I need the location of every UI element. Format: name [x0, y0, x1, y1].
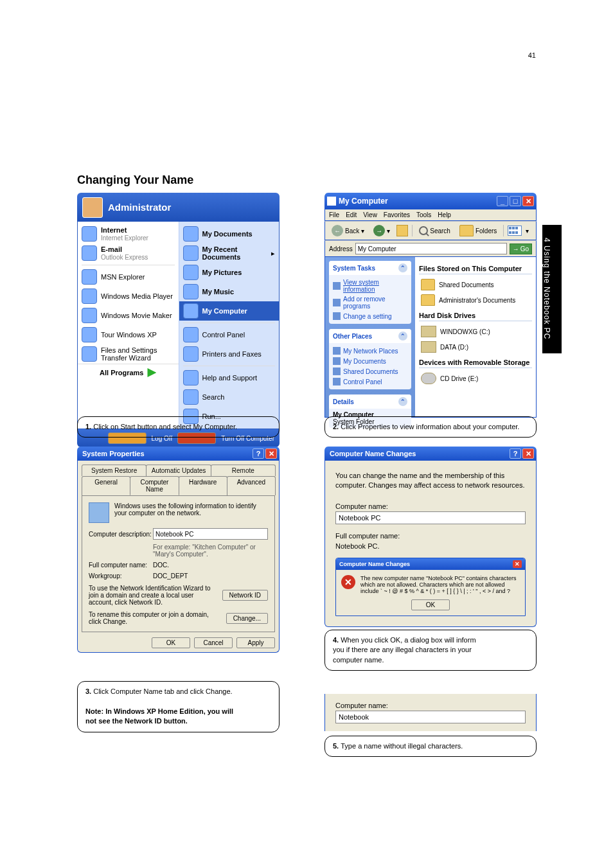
link-my-documents[interactable]: My Documents	[333, 356, 407, 366]
menu-favorites[interactable]: Favorites	[384, 211, 410, 218]
other-places-panel: Other Places⌃ My Network Places My Docum…	[329, 329, 411, 389]
help-button[interactable]: ?	[253, 448, 264, 459]
tab-system-restore[interactable]: System Restore	[82, 465, 147, 476]
ok-button[interactable]: OK	[411, 599, 450, 610]
tab-hardware[interactable]: Hardware	[179, 476, 227, 495]
search-icon	[419, 226, 428, 235]
network-icon	[333, 347, 341, 355]
menu-help[interactable]: Help	[438, 211, 451, 218]
start-item-help[interactable]: Help and Support	[179, 368, 280, 387]
chevron-down-icon: ▾	[526, 227, 529, 235]
link-shared-docs[interactable]: Shared Documents	[333, 366, 407, 376]
help-button[interactable]: ?	[510, 448, 521, 459]
close-button[interactable]: ✕	[522, 448, 534, 459]
start-item-mydocs[interactable]: My Documents	[179, 224, 280, 244]
tab-computer-name[interactable]: Computer Name	[130, 476, 179, 495]
start-item-mymusic[interactable]: My Music	[179, 282, 280, 301]
start-item-printers[interactable]: Printers and Faxes	[179, 344, 280, 364]
help-icon	[183, 370, 199, 385]
start-item-fst[interactable]: Files and Settings Transfer Wizard	[78, 344, 179, 364]
views-button[interactable]	[508, 226, 522, 236]
forward-button[interactable]: →▾	[371, 224, 393, 238]
computer-icon	[89, 502, 109, 523]
link-view-sysinfo[interactable]: View system information	[333, 278, 407, 294]
page-number: 41	[528, 51, 536, 59]
ie-icon	[82, 226, 97, 242]
computer-name-input[interactable]	[335, 711, 526, 723]
start-item-search[interactable]: Search	[179, 387, 280, 407]
collapse-icon[interactable]: ⌃	[398, 263, 407, 272]
close-button[interactable]: ✕	[522, 196, 534, 206]
start-menu-left-column: InternetInternet Explorer E-mailOutlook …	[78, 222, 179, 429]
ok-button[interactable]: OK	[152, 637, 190, 648]
folder-icon	[183, 265, 199, 280]
dialog-titlebar[interactable]: System Properties ? ✕	[77, 447, 280, 461]
start-item-msn[interactable]: MSN Explorer	[78, 267, 179, 287]
caption-2: 2. Click Properties to view information …	[324, 416, 537, 438]
drive-icon	[421, 326, 436, 337]
maximize-button[interactable]: □	[510, 196, 521, 206]
close-button[interactable]: ✕	[265, 448, 277, 459]
collapse-icon[interactable]: ⌃	[398, 397, 407, 406]
item-drive-c[interactable]: WINDOWXG (C:)	[419, 324, 532, 339]
start-item-internet[interactable]: InternetInternet Explorer	[78, 224, 179, 244]
link-control-panel[interactable]: Control Panel	[333, 376, 407, 387]
error-titlebar[interactable]: Computer Name Changes ✕	[336, 558, 525, 570]
start-item-mycomputer[interactable]: My Computer	[179, 301, 280, 321]
cdrom-icon	[421, 373, 436, 384]
item-shared-docs[interactable]: Shared Documents	[419, 277, 532, 292]
link-change-setting[interactable]: Change a setting	[333, 311, 407, 321]
caption-4: 4. When you click OK, a dialog box will …	[324, 630, 537, 671]
back-button[interactable]: ←Back▾	[329, 224, 367, 238]
folder-view: Files Stored on This Computer Shared Doc…	[415, 257, 536, 417]
search-button[interactable]: Search	[416, 225, 453, 236]
menu-file[interactable]: File	[329, 211, 339, 218]
tab-general[interactable]: General	[82, 476, 130, 495]
menu-view[interactable]: View	[363, 211, 377, 218]
chevron-down-icon: ▾	[361, 227, 364, 235]
menu-edit[interactable]: Edit	[346, 211, 357, 218]
start-item-myrecent[interactable]: My Recent Documents▸	[179, 244, 280, 263]
folder-icon	[183, 284, 199, 299]
tab-remote[interactable]: Remote	[211, 465, 276, 476]
caption-3: 3. Click Computer Name tab and click Cha…	[77, 681, 280, 732]
collapse-icon[interactable]: ⌃	[398, 332, 407, 341]
address-label: Address	[329, 245, 353, 252]
computer-name-input[interactable]	[335, 511, 526, 524]
network-id-button[interactable]: Network ID	[222, 590, 268, 601]
start-item-wmp[interactable]: Windows Media Player	[78, 287, 179, 306]
intro-text: Windows uses the following information t…	[114, 502, 268, 517]
description-input[interactable]	[153, 528, 268, 540]
start-item-tour[interactable]: Tour Windows XP	[78, 325, 179, 344]
menu-tools[interactable]: Tools	[416, 211, 431, 218]
link-network-places[interactable]: My Network Places	[333, 346, 407, 356]
all-programs-button[interactable]: All Programs	[78, 364, 179, 381]
folder-icon	[183, 226, 199, 242]
group-header: Devices with Removable Storage	[419, 359, 532, 368]
change-button[interactable]: Change...	[226, 613, 268, 624]
address-input[interactable]	[355, 243, 507, 254]
start-item-wmm[interactable]: Windows Movie Maker	[78, 306, 179, 325]
item-admin-docs[interactable]: Administrator's Documents	[419, 292, 532, 308]
up-button[interactable]	[396, 225, 408, 236]
dialog-title: Computer Name Changes	[327, 450, 508, 457]
close-button[interactable]: ✕	[513, 560, 522, 568]
window-titlebar[interactable]: My Computer _ □ ✕	[324, 193, 537, 209]
cancel-button[interactable]: Cancel	[194, 637, 233, 648]
start-item-mypics[interactable]: My Pictures	[179, 263, 280, 282]
dialog-titlebar[interactable]: Computer Name Changes ? ✕	[324, 447, 537, 461]
start-item-email[interactable]: E-mailOutlook Express	[78, 244, 179, 263]
item-drive-d[interactable]: DATA (D:)	[419, 339, 532, 355]
apply-button[interactable]: Apply	[236, 637, 275, 648]
cpanel-icon	[333, 378, 341, 385]
item-cd-drive[interactable]: CD Drive (E:)	[419, 371, 532, 386]
tab-advanced[interactable]: Advanced	[227, 476, 276, 495]
folders-button[interactable]: Folders	[457, 224, 499, 238]
error-dialog: Computer Name Changes ✕ ✕ The new comput…	[335, 558, 526, 616]
go-button[interactable]: → Go	[510, 244, 532, 254]
start-item-controlpanel[interactable]: Control Panel	[179, 325, 280, 344]
link-add-remove[interactable]: Add or remove programs	[333, 294, 407, 311]
tab-auto-updates[interactable]: Automatic Updates	[146, 465, 211, 476]
description-hint: For example: "Kitchen Computer" or "Mary…	[153, 544, 268, 558]
minimize-button[interactable]: _	[497, 196, 508, 206]
